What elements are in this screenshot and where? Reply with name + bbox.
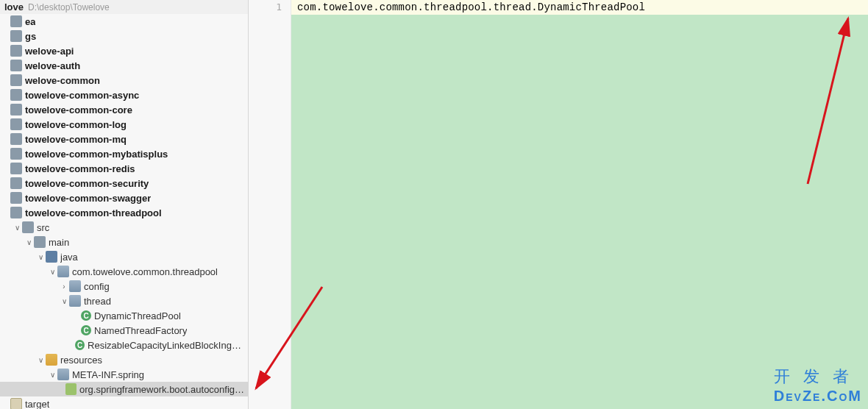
tree-item[interactable]: welove-api [0, 43, 248, 58]
watermark-line2: DEVZE.COM [774, 388, 862, 405]
tree-item-label: java [60, 252, 78, 263]
chevron-down-icon[interactable]: ∨ [12, 224, 22, 232]
folder-icon [10, 89, 22, 101]
tree-item[interactable]: towelove-common-redis [0, 161, 248, 176]
tree-item-label: META-INF.spring [72, 369, 144, 380]
tree-item[interactable]: ›config [0, 279, 248, 294]
folder-icon [10, 45, 22, 57]
tree-item[interactable]: ∨src [0, 220, 248, 235]
tree-item-label: towelove-common-security [25, 178, 149, 189]
tree-item-label: NamedThreadFactory [94, 325, 187, 336]
editor-line: 1 com.towelove.common.threadpool.thread.… [249, 0, 868, 15]
tree-item-label: resources [60, 355, 102, 366]
tree-item[interactable]: towelove-common-security [0, 176, 248, 191]
chevron-down-icon[interactable]: ∨ [24, 238, 34, 246]
file-icon [65, 383, 77, 395]
tree-item[interactable]: ∨META-INF.spring [0, 367, 248, 382]
tree-item[interactable]: towelove-common-core [0, 102, 248, 117]
folder-icon [10, 177, 22, 189]
chevron-down-icon[interactable]: ∨ [47, 371, 57, 379]
folder-icon [22, 221, 34, 233]
tree-item[interactable]: towelove-common-async [0, 88, 248, 102]
tree-item[interactable]: towelove-common-mq [0, 132, 248, 146]
tree-item-label: towelove-common-mq [25, 134, 127, 145]
tree-item[interactable]: ∨main [0, 235, 248, 249]
tree-item[interactable]: welove-auth [0, 58, 248, 73]
tree-item[interactable]: org.springframework.boot.autoconfigure.A [0, 382, 248, 396]
editor-background [249, 15, 868, 409]
project-name: love [4, 1, 24, 13]
class-icon: C [81, 310, 91, 321]
tree-item-label: towelove-common-log [25, 119, 127, 130]
project-sidebar[interactable]: love D:\desktop\Towelove eagswelove-apiw… [0, 0, 249, 409]
tree-item[interactable]: welove-common [0, 73, 248, 88]
folder-icon [10, 74, 22, 86]
pkg-icon [69, 280, 81, 292]
project-path: D:\desktop\Towelove [28, 2, 110, 13]
watermark: 开发者 DEVZE.COM [774, 366, 862, 405]
pkg-res-icon [46, 354, 57, 366]
class-icon: C [75, 340, 85, 350]
tree-item[interactable]: ∨thread [0, 294, 248, 308]
project-tree[interactable]: eagswelove-apiwelove-authwelove-commonto… [0, 14, 248, 409]
pkg-icon [57, 266, 69, 277]
tree-item-label: org.springframework.boot.autoconfigure.A [79, 384, 248, 395]
folder-icon [10, 15, 22, 27]
watermark-line1: 开发者 [774, 366, 862, 388]
tree-item-label: thread [84, 296, 111, 307]
code-content[interactable]: com.towelove.common.threadpool.thread.Dy… [291, 1, 868, 13]
line-number: 1 [249, 0, 291, 15]
folder-icon [10, 60, 22, 71]
editor-pane[interactable]: 1 com.towelove.common.threadpool.thread.… [249, 0, 868, 409]
chevron-down-icon[interactable]: ∨ [59, 297, 69, 305]
tree-item[interactable]: target [0, 396, 248, 409]
tree-item[interactable]: CDynamicThreadPool [0, 308, 248, 323]
gutter-background-2 [249, 15, 291, 409]
tree-item[interactable]: ∨resources [0, 352, 248, 367]
tree-item-label: towelove-common-mybatisplus [25, 149, 168, 160]
folder-icon [10, 104, 22, 115]
tree-item-label: ea [25, 16, 35, 27]
tree-item[interactable]: ea [0, 14, 248, 29]
tree-item-label: towelove-common-redis [25, 163, 135, 174]
folder-icon [10, 192, 22, 204]
chevron-right-icon[interactable]: › [59, 282, 69, 291]
app-root: love D:\desktop\Towelove eagswelove-apiw… [0, 0, 868, 409]
tree-item[interactable]: ∨com.towelove.common.threadpool [0, 264, 248, 279]
tree-item-label: welove-auth [25, 60, 80, 71]
tree-item-label: towelove-common-core [25, 104, 132, 115]
pkg-icon [69, 295, 81, 307]
folder-icon [10, 30, 22, 42]
tree-item-label: towelove-common-swagger [25, 193, 151, 204]
project-header[interactable]: love D:\desktop\Towelove [0, 0, 248, 14]
folder-icon [10, 207, 22, 218]
tree-item[interactable]: towelove-common-swagger [0, 191, 248, 205]
tree-item[interactable]: CNamedThreadFactory [0, 323, 248, 338]
pkg-icon [57, 369, 69, 380]
folder-icon [10, 163, 22, 174]
tree-item-label: com.towelove.common.threadpool [72, 266, 218, 277]
tree-item[interactable]: CResizableCapacityLinkedBlockIngQueue [0, 338, 248, 352]
tree-item-label: gs [25, 31, 36, 42]
chevron-down-icon[interactable]: ∨ [35, 356, 46, 364]
tree-item[interactable]: towelove-common-log [0, 117, 248, 132]
tree-item[interactable]: towelove-common-mybatisplus [0, 146, 248, 161]
tree-item-label: towelove-common-async [25, 90, 139, 101]
folder-icon [10, 133, 22, 145]
tree-item-label: ResizableCapacityLinkedBlockIngQueue [88, 340, 248, 351]
tree-item-label: welove-api [25, 46, 74, 57]
tree-item[interactable]: towelove-common-threadpool [0, 205, 248, 220]
chevron-down-icon[interactable]: ∨ [35, 253, 46, 261]
folder-icon [10, 148, 22, 160]
tree-item-label: target [25, 399, 49, 410]
class-icon: C [81, 325, 91, 335]
tree-item[interactable]: ∨java [0, 249, 248, 264]
folder-icon [34, 236, 46, 248]
tree-item-label: config [84, 281, 110, 292]
tree-item-label: DynamicThreadPool [94, 310, 181, 321]
tree-item-label: welove-common [25, 75, 100, 86]
chevron-down-icon[interactable]: ∨ [47, 268, 57, 276]
tree-item-label: towelove-common-threadpool [25, 207, 162, 218]
tree-item[interactable]: gs [0, 29, 248, 43]
folder-icon [10, 118, 22, 130]
